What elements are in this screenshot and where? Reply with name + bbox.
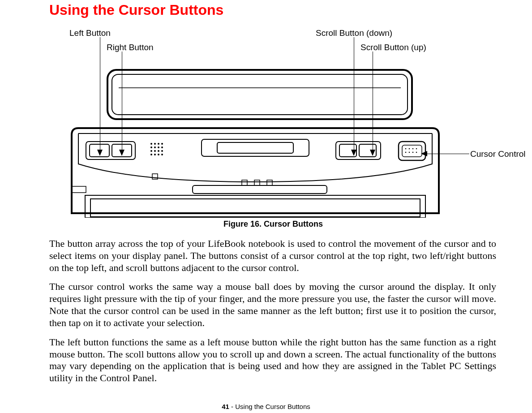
svg-point-20 <box>158 154 159 155</box>
svg-rect-25 <box>339 144 356 157</box>
svg-point-9 <box>161 143 163 145</box>
cursor-buttons-diagram: Left Button Right Button Scroll Button (… <box>49 23 497 229</box>
svg-point-16 <box>158 150 159 152</box>
svg-rect-23 <box>217 142 293 153</box>
svg-point-15 <box>154 150 156 152</box>
svg-point-12 <box>158 146 159 148</box>
label-left-button: Left Button <box>69 28 111 38</box>
paragraph-2: The cursor control works the same way a … <box>49 281 496 329</box>
device-illustration <box>67 65 443 218</box>
figure-caption: Figure 16. Cursor Buttons <box>49 219 497 229</box>
svg-rect-38 <box>242 180 247 185</box>
svg-point-18 <box>150 154 152 155</box>
svg-point-29 <box>405 148 407 150</box>
svg-point-7 <box>154 143 156 145</box>
svg-rect-41 <box>193 185 327 194</box>
svg-rect-1 <box>112 74 408 115</box>
svg-rect-39 <box>254 180 260 185</box>
footer-separator: - <box>229 403 235 410</box>
speaker-grille-icon <box>150 143 163 155</box>
label-scroll-down: Scroll Button (down) <box>316 28 392 38</box>
svg-rect-0 <box>107 70 412 119</box>
svg-point-21 <box>161 154 163 155</box>
body-text: The button array across the top of your … <box>49 238 496 384</box>
svg-point-14 <box>150 150 152 152</box>
cursor-control-pad <box>399 142 425 160</box>
paragraph-3: The left button functions the same as a … <box>49 336 496 384</box>
svg-point-33 <box>405 152 407 153</box>
svg-rect-28 <box>402 145 422 157</box>
footer-section: Using the Cursor Buttons <box>235 403 310 410</box>
svg-point-35 <box>412 152 414 153</box>
label-cursor-control: Cursor Control <box>470 149 526 159</box>
svg-point-31 <box>412 148 414 150</box>
page-footer: 41 - Using the Cursor Buttons <box>0 403 532 410</box>
center-latch-icon <box>202 139 309 156</box>
svg-rect-40 <box>267 180 272 185</box>
svg-point-36 <box>416 152 417 153</box>
svg-point-30 <box>409 148 410 150</box>
svg-point-11 <box>154 146 156 148</box>
left-right-button-cluster <box>86 142 135 159</box>
svg-point-6 <box>150 143 152 145</box>
svg-rect-5 <box>112 144 132 157</box>
label-right-button: Right Button <box>107 43 154 52</box>
svg-point-19 <box>154 154 156 155</box>
svg-point-13 <box>161 146 163 148</box>
svg-rect-26 <box>359 144 376 157</box>
page-title: Using the Cursor Buttons <box>49 2 532 18</box>
svg-point-32 <box>416 148 417 150</box>
svg-point-10 <box>150 146 152 148</box>
svg-point-17 <box>161 150 163 152</box>
svg-point-34 <box>409 152 410 153</box>
label-scroll-up: Scroll Button (up) <box>360 43 426 52</box>
page-number: 41 <box>222 403 229 410</box>
svg-point-8 <box>158 143 159 145</box>
paragraph-1: The button array across the top of your … <box>49 238 496 274</box>
svg-rect-4 <box>90 144 109 157</box>
scroll-button-cluster <box>336 142 381 159</box>
svg-rect-27 <box>399 142 425 160</box>
